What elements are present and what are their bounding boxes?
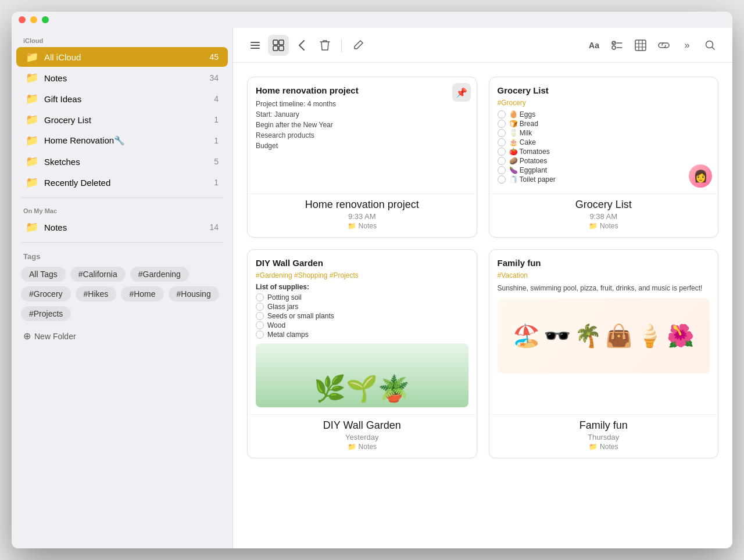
maximize-button[interactable] (42, 16, 49, 23)
note-footer: Grocery List 9:38 AM 📁 Notes (489, 193, 718, 237)
sidebar-item-notes[interactable]: 📁 Notes 34 (16, 68, 228, 88)
checklist-item: Wood (256, 321, 468, 329)
tag-projects[interactable]: #Projects (21, 306, 71, 321)
tag-grocery[interactable]: #Grocery (21, 286, 71, 301)
checklist: 🥚 Eggs 🍞 Bread 🥛 Milk 🎂 Cake 🍅 Tomatoes … (498, 110, 710, 184)
checkbox[interactable] (498, 148, 506, 156)
note-footer-title: DIY Wall Garden (256, 419, 468, 432)
link-button[interactable] (653, 35, 674, 56)
checkbox[interactable] (498, 175, 506, 184)
checkbox[interactable] (498, 138, 506, 146)
svg-rect-0 (251, 42, 260, 43)
sidebar-item-name: All iCloud (44, 52, 209, 62)
checklist-item: 🍆 Eggplant (498, 166, 710, 174)
search-button[interactable] (700, 35, 721, 56)
svg-rect-6 (279, 46, 284, 51)
sidebar-item-gift-ideas[interactable]: 📁 Gift Ideas 4 (16, 89, 228, 109)
note-preview: Family fun #Vacation Sunshine, swimming … (489, 250, 718, 414)
tag-hikes[interactable]: #Hikes (76, 286, 117, 301)
note-preview: DIY Wall Garden #Gardening #Shopping #Pr… (248, 250, 477, 414)
sidebar-item-home-renovation[interactable]: 📁 Home Renovation🔧 1 (16, 131, 228, 150)
tag-california[interactable]: #California (70, 267, 126, 282)
pin-button[interactable]: 📌 (452, 83, 471, 102)
checklist-item: 🎂 Cake (498, 138, 710, 146)
toolbar: Aa (233, 28, 732, 63)
sidebar-divider-2 (21, 242, 223, 243)
tag-home[interactable]: #Home (121, 286, 163, 301)
sidebar-item-count: 1 (214, 178, 219, 187)
format-button[interactable]: Aa (584, 35, 604, 56)
note-image: 🌿🌱🪴 (256, 343, 468, 407)
checklist-label: List of supplies: (256, 283, 468, 291)
note-footer-folder: 📁 Notes (498, 222, 710, 230)
compose-button[interactable] (348, 35, 369, 56)
checkbox[interactable] (256, 312, 264, 320)
on-my-mac-label: On My Mac (12, 203, 233, 217)
titlebar (12, 12, 732, 28)
checkbox[interactable] (256, 321, 264, 329)
sidebar-item-all-icloud[interactable]: 📁 All iCloud 45 (16, 47, 228, 67)
note-title: DIY Wall Garden (256, 258, 468, 268)
tag-gardening[interactable]: #Gardening (130, 267, 189, 282)
sidebar-divider (21, 198, 223, 198)
checkbox[interactable] (498, 157, 506, 165)
checkbox[interactable] (256, 331, 264, 339)
sidebar-item-sketches[interactable]: 📁 Sketches 5 (16, 152, 228, 171)
sidebar-item-name: Recently Deleted (44, 178, 214, 188)
sidebar-item-name: Notes (44, 73, 209, 83)
checkbox[interactable] (498, 166, 506, 174)
checkbox[interactable] (498, 129, 506, 137)
sidebar-item-mac-notes[interactable]: 📁 Notes 14 (16, 217, 228, 237)
minimize-button[interactable] (30, 16, 37, 23)
delete-button[interactable] (314, 35, 335, 56)
checklist-item: 🥚 Eggs (498, 110, 710, 119)
new-folder-label: New Folder (34, 332, 76, 341)
grid-view-button[interactable] (268, 35, 289, 56)
svg-rect-2 (251, 48, 260, 49)
folder-icon-sm: 📁 (589, 443, 598, 451)
note-footer: Family fun Thursday 📁 Notes (489, 414, 718, 458)
sticker: 🌴 (574, 323, 602, 349)
svg-rect-3 (273, 40, 278, 45)
sticker: 🌺 (667, 323, 694, 349)
checkbox[interactable] (498, 120, 506, 128)
checklist-button[interactable] (607, 35, 628, 56)
close-button[interactable] (19, 16, 26, 23)
tag-housing[interactable]: #Housing (169, 286, 219, 301)
tags-section: Tags All Tags #California #Gardening #Gr… (12, 247, 233, 326)
sidebar-item-count: 1 (214, 136, 219, 145)
sidebar-item-name: Notes (44, 222, 209, 232)
svg-rect-1 (251, 45, 260, 46)
folder-icon: 📁 (26, 176, 38, 189)
note-card-grocery[interactable]: Grocery List #Grocery 🥚 Eggs 🍞 Bread 🥛 M… (489, 77, 719, 238)
folder-icon: 📁 (26, 92, 38, 105)
checklist-item: Seeds or small plants (256, 312, 468, 320)
app-window: iCloud 📁 All iCloud 45 📁 Notes 34 📁 Gift… (12, 12, 732, 548)
note-footer-folder: 📁 Notes (256, 222, 468, 230)
svg-rect-4 (279, 40, 284, 45)
note-card-home-reno[interactable]: Home renovation project Project timeline… (247, 77, 477, 238)
checkbox[interactable] (256, 293, 264, 301)
table-button[interactable] (630, 35, 651, 56)
note-footer-folder: 📁 Notes (498, 443, 710, 451)
note-body: Project timeline: 4 months Start: Januar… (256, 99, 468, 151)
checkbox[interactable] (498, 110, 506, 119)
sidebar-item-recently-deleted[interactable]: 📁 Recently Deleted 1 (16, 173, 228, 192)
checkbox[interactable] (256, 303, 264, 311)
note-footer-time: 9:38 AM (498, 212, 710, 221)
folder-icon: 📁 (26, 221, 38, 234)
checklist-item: 🧻 Toilet paper (498, 175, 710, 184)
list-view-button[interactable] (245, 35, 266, 56)
sidebar-item-grocery-list[interactable]: 📁 Grocery List 1 (16, 110, 228, 130)
note-card-family-fun[interactable]: Family fun #Vacation Sunshine, swimming … (489, 249, 719, 458)
tag-all-tags[interactable]: All Tags (21, 267, 66, 282)
note-footer-title: Grocery List (498, 199, 710, 211)
note-card-diy-garden[interactable]: DIY Wall Garden #Gardening #Shopping #Pr… (247, 249, 477, 458)
new-folder-button[interactable]: ⊕ New Folder (12, 326, 233, 346)
note-footer: DIY Wall Garden Yesterday 📁 Notes (248, 414, 477, 458)
main-layout: iCloud 📁 All iCloud 45 📁 Notes 34 📁 Gift… (12, 28, 732, 548)
more-button[interactable]: » (677, 35, 698, 56)
back-button[interactable] (291, 35, 312, 56)
sticker: 🏖️ (513, 323, 540, 349)
sidebar-item-count: 5 (214, 157, 219, 166)
